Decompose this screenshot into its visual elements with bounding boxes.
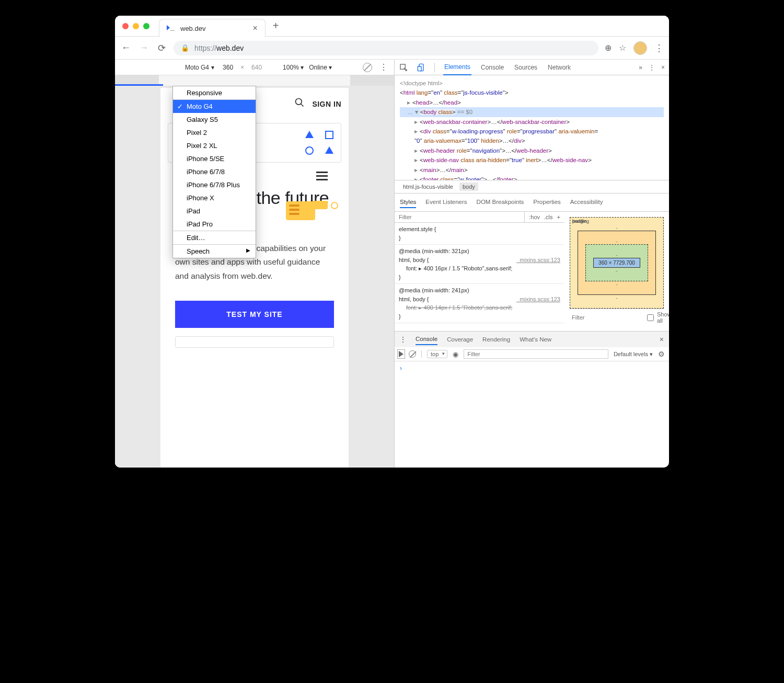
url-field[interactable]: 🔒 https://web.dev xyxy=(174,41,598,55)
device-option-ipad-pro[interactable]: iPad Pro xyxy=(173,218,256,231)
css-rule-media-241[interactable]: @media (min-width: 241px) html, body {_m… xyxy=(395,284,564,323)
hov-toggle[interactable]: :hov xyxy=(529,214,540,220)
device-option-speech[interactable]: Speech xyxy=(173,244,256,258)
device-dropdown-menu: Responsive Moto G4 Galaxy S5 Pixel 2 Pix… xyxy=(172,86,256,258)
search-icon[interactable] xyxy=(294,97,305,110)
chrome-menu-icon[interactable]: ⋮ xyxy=(654,42,664,54)
tab-dom-breakpoints[interactable]: DOM Breakpoints xyxy=(477,197,524,208)
new-rule-icon[interactable]: + xyxy=(557,214,560,220)
tab-console[interactable]: Console xyxy=(480,60,505,75)
live-expression-icon[interactable] xyxy=(399,351,403,357)
device-option-iphone-5se[interactable]: iPhone 5/SE xyxy=(173,152,256,165)
minimize-window-button[interactable] xyxy=(133,23,139,29)
device-mode-toggle-icon[interactable] xyxy=(417,63,426,72)
close-drawer-icon[interactable]: × xyxy=(660,335,664,344)
bookmark-icon[interactable]: ☆ xyxy=(619,43,626,53)
reload-button[interactable]: ⟳ xyxy=(156,42,167,54)
show-all-label: Show all xyxy=(657,311,669,324)
device-option-moto-g4[interactable]: Moto G4 xyxy=(173,99,256,113)
create-live-expression-icon[interactable]: ◉ xyxy=(453,350,458,358)
elements-dom-tree[interactable]: <!doctype html> <html lang="en" class="j… xyxy=(395,75,669,180)
tab-elements[interactable]: Elements xyxy=(443,60,471,75)
console-filter-input[interactable] xyxy=(464,349,608,359)
test-my-site-button[interactable]: TEST MY SITE xyxy=(175,301,334,328)
tab-properties[interactable]: Properties xyxy=(533,197,560,208)
back-button[interactable]: ← xyxy=(120,42,132,54)
clear-console-icon[interactable] xyxy=(409,350,416,358)
svg-rect-4 xyxy=(418,66,421,71)
device-option-responsive[interactable]: Responsive xyxy=(173,86,256,99)
device-selector[interactable]: Moto G4 ▾ xyxy=(182,63,217,72)
device-option-edit[interactable]: Edit… xyxy=(173,231,256,244)
drawer-tab-rendering[interactable]: Rendering xyxy=(482,334,510,345)
profile-avatar[interactable] xyxy=(633,41,647,55)
css-rule-element-style[interactable]: element.style { } xyxy=(395,223,564,245)
tab-accessibility[interactable]: Accessibility xyxy=(570,197,603,208)
crumb-body[interactable]: body xyxy=(459,183,478,191)
box-model: margin - border - padding - 360 × 7729.7… xyxy=(564,212,669,331)
zoom-window-button[interactable] xyxy=(143,23,149,29)
drawer-tab-whatsnew[interactable]: What's New xyxy=(520,334,551,345)
caret-down-icon: ▾ xyxy=(211,64,214,71)
new-tab-button[interactable]: + xyxy=(273,20,279,32)
drawer-tab-coverage[interactable]: Coverage xyxy=(447,334,473,345)
forward-button[interactable]: → xyxy=(138,42,149,54)
svg-line-1 xyxy=(301,104,304,107)
cls-toggle[interactable]: .cls xyxy=(544,214,553,220)
close-tab-icon[interactable]: × xyxy=(252,24,257,33)
sign-in-button[interactable]: SIGN IN xyxy=(312,100,341,108)
console-settings-icon[interactable]: ⚙ xyxy=(658,350,665,358)
code-card-icon xyxy=(286,201,315,220)
device-option-pixel-2-xl[interactable]: Pixel 2 XL xyxy=(173,139,256,152)
devtools-menu-icon[interactable]: ⋮ xyxy=(649,64,655,71)
crumb-html[interactable]: html.js-focus-visible xyxy=(400,183,456,191)
device-option-ipad[interactable]: iPad xyxy=(173,204,256,218)
drawer-menu-icon[interactable]: ⋮ xyxy=(400,336,406,343)
device-option-iphone-x[interactable]: iPhone X xyxy=(173,191,256,204)
close-window-button[interactable] xyxy=(122,23,129,29)
tab-network[interactable]: Network xyxy=(547,60,572,75)
drawer-tab-console[interactable]: Console xyxy=(416,334,437,345)
browser-window: web.dev × + ← → ⟳ 🔒 https://web.dev ⊕ ☆ … xyxy=(115,16,669,468)
address-bar: ← → ⟳ 🔒 https://web.dev ⊕ ☆ ⋮ xyxy=(115,37,669,60)
browser-tab[interactable]: web.dev × xyxy=(159,19,266,37)
tab-sources[interactable]: Sources xyxy=(513,60,538,75)
show-all-checkbox[interactable] xyxy=(647,314,654,321)
console-output[interactable]: › xyxy=(395,361,669,450)
device-option-iphone-678[interactable]: iPhone 6/7/8 xyxy=(173,165,256,178)
tab-title: web.dev xyxy=(180,25,205,32)
console-context-selector[interactable]: top xyxy=(427,350,447,358)
tab-event-listeners[interactable]: Event Listeners xyxy=(425,197,467,208)
device-more-icon[interactable]: ⋮ xyxy=(377,62,390,72)
tab-styles[interactable]: Styles xyxy=(400,197,416,208)
computed-filter-input[interactable] xyxy=(572,314,644,321)
styles-filter-input[interactable] xyxy=(395,212,524,222)
log-levels-selector[interactable]: Default levels ▾ xyxy=(614,351,653,358)
emulated-viewport: SIGN IN xyxy=(115,86,394,468)
device-option-galaxy-s5[interactable]: Galaxy S5 xyxy=(173,113,256,126)
dom-doctype: <!doctype html> xyxy=(400,78,664,88)
viewport-width[interactable]: 360 xyxy=(223,64,233,71)
dom-breadcrumbs: html.js-focus-visible body xyxy=(395,180,669,193)
zoom-selector[interactable]: 100% ▾ xyxy=(283,64,304,71)
more-tabs-icon[interactable]: » xyxy=(639,64,642,71)
box-model-content: 360 × 7729.700 xyxy=(593,258,640,268)
css-rule-media-321[interactable]: @media (min-width: 321px) html, body {_m… xyxy=(395,245,564,284)
circle-icon xyxy=(305,146,314,155)
triangle-icon xyxy=(305,131,314,138)
titlebar: web.dev × + xyxy=(115,16,669,37)
toolbar-icons: ⊕ ☆ ⋮ xyxy=(605,41,664,55)
device-option-pixel-2[interactable]: Pixel 2 xyxy=(173,126,256,139)
styles-tabbar: Styles Event Listeners DOM Breakpoints P… xyxy=(395,193,669,212)
small-card-icon xyxy=(312,201,328,209)
svg-point-0 xyxy=(296,99,302,105)
close-devtools-icon[interactable]: × xyxy=(661,64,665,71)
small-circle-icon xyxy=(331,202,338,209)
viewport-height[interactable]: 640 xyxy=(251,64,262,71)
dimension-separator: × xyxy=(238,64,246,71)
rotate-icon[interactable] xyxy=(363,63,372,72)
inspect-element-icon[interactable] xyxy=(399,63,408,72)
network-selector[interactable]: Online ▾ xyxy=(309,64,332,71)
install-icon[interactable]: ⊕ xyxy=(605,43,612,53)
device-option-iphone-678-plus[interactable]: iPhone 6/7/8 Plus xyxy=(173,178,256,191)
